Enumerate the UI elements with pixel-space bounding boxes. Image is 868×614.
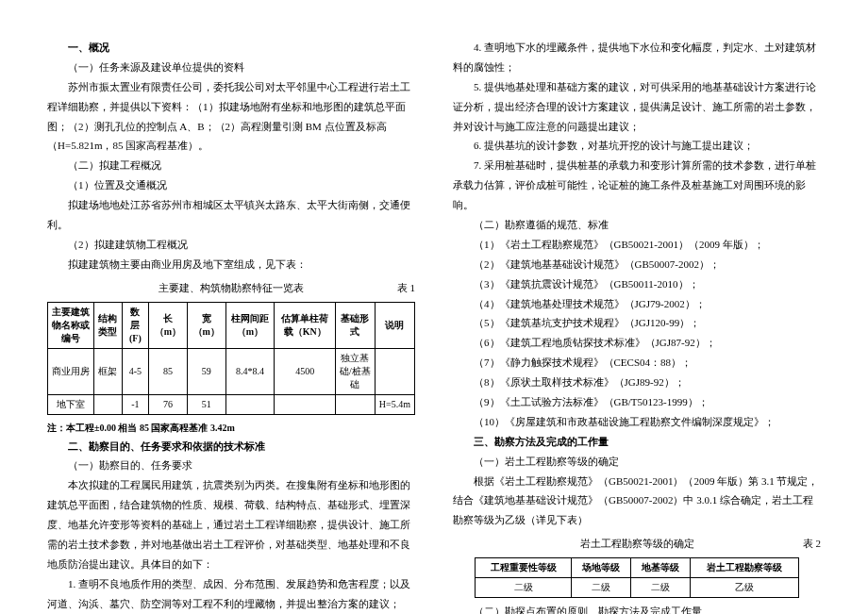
list-item: （8）《原状土取样技术标准》（JGJ89-92）； — [453, 373, 821, 392]
table-2-number: 表 2 — [803, 534, 821, 554]
list-item: （5）《建筑基坑支护技术规程》（JGJ120-99）； — [453, 313, 821, 333]
th: 工程重要性等级 — [476, 558, 572, 578]
subsection-2-2: （二）勘察遵循的规范、标准 — [453, 215, 821, 235]
th: 岩土工程勘察等级 — [691, 558, 799, 578]
list-item: 1. 查明不良地质作用的类型、成因、分布范围、发展趋势和危害程度；以及河道、沟浜… — [47, 574, 415, 614]
table-1-caption: 主要建、构筑物勘察特征一览表 表 1 — [47, 278, 415, 298]
list-item: （3）《建筑抗震设计规范》（GB50011-2010）； — [453, 274, 821, 294]
td: 商业用房 — [48, 348, 94, 394]
right-column: 4. 查明地下水的埋藏条件，提供地下水位和变化幅度，判定水、土对建筑材料的腐蚀性… — [453, 38, 821, 614]
th: 说明 — [375, 302, 414, 348]
paragraph: 苏州市振太置业有限责任公司，委托我公司对太平邻里中心工程进行岩土工程详细勘察，并… — [47, 77, 415, 157]
table-row: 工程重要性等级 场地等级 地基等级 岩土工程勘察等级 — [476, 558, 798, 578]
th: 宽（m） — [187, 302, 225, 348]
td: 独立基础/桩基础 — [335, 348, 375, 394]
table-row: 商业用房 框架 4-5 85 59 8.4*8.4 4500 独立基础/桩基础 — [48, 348, 415, 394]
td — [375, 348, 414, 394]
section-2-heading: 二、勘察目的、任务要求和依据的技术标准 — [47, 437, 415, 456]
td: 二级 — [572, 578, 631, 598]
list-item: 6. 提供基坑的设计参数，对基坑开挖的设计与施工提出建议； — [453, 136, 821, 156]
td: 乙级 — [691, 578, 799, 598]
list-item: （10）《房屋建筑和市政基础设施工程勘察文件编制深度规定》； — [453, 412, 821, 432]
standards-list: （1）《岩土工程勘察规范》（GB50021-2001）（2009 年版）； （2… — [453, 235, 821, 432]
th: 基础形式 — [335, 302, 375, 348]
paragraph: 拟建场地地处江苏省苏州市相城区太平镇兴太路东、太平大街南侧，交通便利。 — [47, 195, 415, 235]
th: 结构类型 — [94, 302, 122, 348]
td: 地下室 — [48, 394, 94, 414]
td: 59 — [187, 348, 225, 394]
list-item: （9）《土工试验方法标准》（GB/T50123-1999）； — [453, 392, 821, 412]
table-row: 主要建筑物名称或编号 结构类型 数层(F) 长（m） 宽（m） 柱网间距（m） … — [48, 302, 415, 348]
td: 框架 — [94, 348, 122, 394]
th: 地基等级 — [631, 558, 691, 578]
table-row: 地下室 -1 76 51 H=5.4m — [48, 394, 415, 414]
table-2-caption: 岩土工程勘察等级的确定 表 2 — [453, 534, 821, 554]
paragraph: 根据《岩土工程勘察规范》（GB50021-2001）（2009 年版）第 3.1… — [453, 472, 821, 531]
list-item: （6）《建筑工程地质钻探技术标准》（JGJ87-92）； — [453, 333, 821, 353]
list-item: 4. 查明地下水的埋藏条件，提供地下水位和变化幅度，判定水、土对建筑材料的腐蚀性… — [453, 38, 821, 77]
subsection-2-1: （一）勘察目的、任务要求 — [47, 456, 415, 475]
section-1-heading: 一、概况 — [47, 38, 415, 58]
subsection-1-2-1: （1）位置及交通概况 — [47, 175, 415, 195]
subsection-3-2: （二）勘探点布置的原则、勘探方法及完成工作量 — [453, 602, 821, 614]
table-row: 二级 二级 二级 乙级 — [476, 578, 798, 598]
td: 85 — [149, 348, 188, 394]
th: 估算单柱荷载（KN） — [275, 302, 335, 348]
th: 主要建筑物名称或编号 — [48, 302, 94, 348]
section-3-heading: 三、勘察方法及完成的工作量 — [453, 432, 821, 452]
td — [275, 394, 335, 414]
td: 4500 — [275, 348, 335, 394]
td — [335, 394, 375, 414]
table-1-note: 注：本工程±0.00 相当 85 国家高程基准 3.42m — [47, 419, 415, 437]
td: 51 — [187, 394, 225, 414]
th: 长（m） — [149, 302, 188, 348]
paragraph: 拟建建筑物主要由商业用房及地下室组成，见下表： — [47, 255, 415, 274]
subsection-1-2: （二）拟建工程概况 — [47, 156, 415, 175]
list-item: 5. 提供地基处理和基础方案的建议，对可供采用的地基基础设计方案进行论证分析，提… — [453, 77, 821, 137]
left-column: 一、概况 （一）任务来源及建设单位提供的资料 苏州市振太置业有限责任公司，委托我… — [47, 38, 415, 614]
subsection-3-1: （一）岩土工程勘察等级的确定 — [453, 452, 821, 472]
list-item: 7. 采用桩基础时，提供桩基的承载力和变形计算所需的技术参数，进行单桩承载力估算… — [453, 156, 821, 215]
list-item: （1）《岩土工程勘察规范》（GB50021-2001）（2009 年版）； — [453, 235, 821, 255]
table-1-number: 表 1 — [397, 278, 415, 298]
table-1: 主要建筑物名称或编号 结构类型 数层(F) 长（m） 宽（m） 柱网间距（m） … — [47, 302, 415, 415]
td: 8.4*8.4 — [225, 348, 275, 394]
td — [225, 394, 275, 414]
subsection-1-1: （一）任务来源及建设单位提供的资料 — [47, 58, 415, 77]
td: 76 — [149, 394, 188, 414]
table-1-title: 主要建、构筑物勘察特征一览表 — [159, 282, 304, 293]
th: 柱网间距（m） — [225, 302, 275, 348]
th: 场地等级 — [572, 558, 631, 578]
td: 二级 — [476, 578, 572, 598]
list-item: （7）《静力触探技术规程》（CECS04：88）； — [453, 353, 821, 373]
table-2-title: 岩土工程勘察等级的确定 — [580, 538, 694, 549]
paragraph: 本次拟建的工程属民用建筑，抗震类别为丙类。在搜集附有坐标和地形图的建筑总平面图，… — [47, 475, 415, 573]
list-item: （2）《建筑地基基础设计规范》（GB50007-2002）； — [453, 255, 821, 274]
list-item: （4）《建筑地基处理技术规范》（JGJ79-2002）； — [453, 294, 821, 314]
th: 数层(F) — [122, 302, 149, 348]
td — [94, 394, 122, 414]
td: 二级 — [631, 578, 691, 598]
td: H=5.4m — [375, 394, 414, 414]
td: -1 — [122, 394, 149, 414]
table-2: 工程重要性等级 场地等级 地基等级 岩土工程勘察等级 二级 二级 二级 乙级 — [475, 557, 798, 598]
subsection-1-2-2: （2）拟建建筑物工程概况 — [47, 235, 415, 255]
td: 4-5 — [122, 348, 149, 394]
